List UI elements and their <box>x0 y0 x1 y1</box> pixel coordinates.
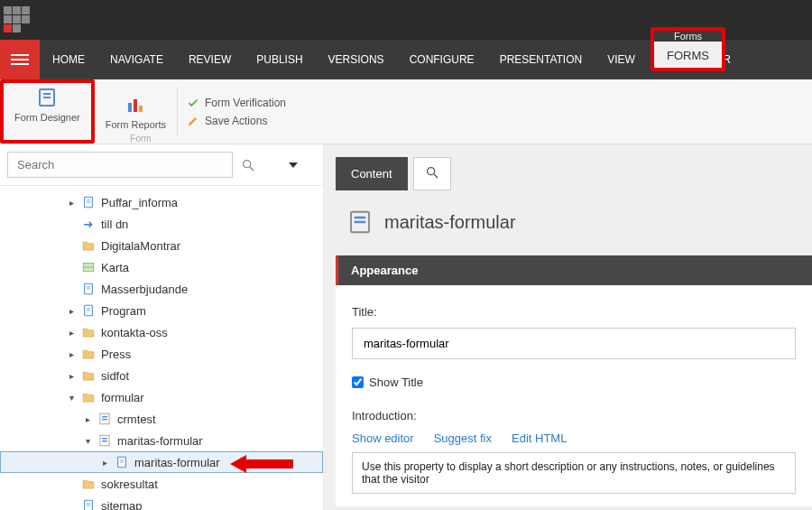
content-tree[interactable]: ▸Puffar_informatill dnDigitalaMontrarKar… <box>0 186 323 510</box>
tree-item-label: formular <box>101 391 144 404</box>
tree-item[interactable]: ▸Puffar_informa <box>0 191 323 213</box>
search-dropdown[interactable] <box>289 162 298 168</box>
svg-rect-22 <box>102 419 107 420</box>
title-input[interactable] <box>352 328 796 359</box>
tree-caret-icon[interactable]: ▾ <box>83 436 92 446</box>
section-appearance-header[interactable]: Appearance <box>336 255 812 285</box>
content-panel: Content maritas-formular Appearance Titl… <box>323 144 812 510</box>
tree-item-label: Karta <box>101 261 129 274</box>
tree-item-label: DigitalaMontrar <box>101 239 180 253</box>
tree-item-label: crmtest <box>117 413 156 426</box>
svg-rect-36 <box>355 221 366 224</box>
save-actions-button[interactable]: Save Actions <box>187 115 286 127</box>
page-icon <box>81 282 96 296</box>
page-icon <box>81 303 96 318</box>
suggest-fix-link[interactable]: Suggest fix <box>434 431 492 445</box>
show-title-checkbox[interactable] <box>352 376 364 388</box>
tree-caret-icon[interactable]: ▾ <box>67 393 76 403</box>
form-designer-button[interactable]: Form Designer <box>4 83 91 126</box>
tree-item[interactable]: ▾formular <box>0 386 323 408</box>
tab-configure[interactable]: CONFIGURE <box>397 40 487 79</box>
tab-view[interactable]: VIEW <box>595 40 648 79</box>
page-icon <box>81 195 96 209</box>
tab-presentation[interactable]: PRESENTATION <box>487 40 595 79</box>
form-reports-icon <box>125 94 146 116</box>
folder-icon <box>81 477 96 491</box>
show-title-label: Show Title <box>369 376 423 389</box>
introduction-text[interactable]: Use this property to display a short des… <box>352 452 796 494</box>
svg-rect-5 <box>139 106 143 112</box>
tree-item[interactable]: Masserbjudande <box>0 278 323 300</box>
menu-button[interactable] <box>0 40 40 79</box>
svg-rect-21 <box>102 416 107 417</box>
tree-item[interactable]: ▸crmtest <box>0 408 323 430</box>
introduction-label: Introduction: <box>352 409 796 422</box>
svg-line-33 <box>434 174 438 178</box>
tree-item[interactable]: till dn <box>0 213 323 235</box>
tree-item-label: maritas-formular <box>117 434 203 448</box>
tree-item[interactable]: ▸Program <box>0 300 323 321</box>
search-button[interactable] <box>240 157 256 173</box>
contextual-group-label: Forms <box>654 31 722 42</box>
tree-caret-icon[interactable]: ▸ <box>67 198 76 208</box>
tab-forms[interactable]: FORMS <box>654 42 722 68</box>
page-icon <box>115 455 129 469</box>
tree-item-label: till dn <box>101 218 128 231</box>
ribbon: Form Designer Form Reports Form Verifica… <box>0 79 812 144</box>
tree-item[interactable]: DigitalaMontrar <box>0 235 323 256</box>
tree-item[interactable]: Karta <box>0 256 323 278</box>
tree-caret-icon[interactable]: ▸ <box>67 328 76 338</box>
tree-caret-icon[interactable]: ▸ <box>67 349 76 359</box>
show-editor-link[interactable]: Show editor <box>352 431 414 445</box>
form-verification-label: Form Verification <box>205 97 286 109</box>
tree-item[interactable]: sitemap <box>0 495 323 510</box>
content-tab-content[interactable]: Content <box>336 157 408 190</box>
title-field-label: Title: <box>352 305 796 319</box>
tab-versions[interactable]: VERSIONS <box>316 40 397 79</box>
tree-item[interactable]: ▸Press <box>0 343 323 365</box>
form-designer-icon <box>36 87 58 108</box>
form-reports-label: Form Reports <box>106 119 166 130</box>
contextual-tab-forms: Forms FORMS <box>651 27 725 71</box>
tree-item-label: sokresultat <box>101 478 158 491</box>
folder-icon <box>81 325 96 339</box>
tree-item[interactable]: ▾maritas-formular <box>0 430 323 451</box>
tree-caret-icon[interactable]: ▸ <box>67 371 76 381</box>
main-tab-strip: HOME NAVIGATE REVIEW PUBLISH VERSIONS CO… <box>0 40 812 79</box>
svg-line-7 <box>250 167 254 171</box>
pencil-icon <box>187 115 199 127</box>
svg-point-32 <box>427 168 434 175</box>
save-actions-label: Save Actions <box>205 115 267 127</box>
show-title-checkbox-row[interactable]: Show Title <box>352 376 796 389</box>
tree-item-label: Program <box>101 304 146 318</box>
search-icon <box>425 165 439 180</box>
tree-caret-icon[interactable]: ▸ <box>67 306 76 316</box>
search-input[interactable] <box>7 152 233 178</box>
form-icon <box>97 433 112 448</box>
tree-caret-icon[interactable]: ▸ <box>83 414 92 424</box>
edit-html-link[interactable]: Edit HTML <box>512 431 567 445</box>
tab-navigate[interactable]: NAVIGATE <box>97 40 176 79</box>
search-icon <box>241 158 255 172</box>
tree-item[interactable]: ▸maritas-formular <box>0 451 323 473</box>
item-title: maritas-formular <box>384 212 516 233</box>
tree-caret-icon[interactable]: ▸ <box>100 458 109 468</box>
tree-item-label: Puffar_informa <box>101 196 178 209</box>
tree-item-label: Press <box>101 348 131 361</box>
content-tab-search[interactable] <box>413 157 451 190</box>
page-icon <box>81 498 96 510</box>
tree-item[interactable]: ▸kontakta-oss <box>0 321 323 343</box>
map-icon <box>81 260 96 274</box>
ribbon-group-caption: Form <box>114 134 168 144</box>
form-icon <box>346 209 374 236</box>
tree-item[interactable]: ▸sidfot <box>0 365 323 386</box>
tab-review[interactable]: REVIEW <box>176 40 244 79</box>
svg-rect-29 <box>85 500 93 510</box>
folder-icon <box>81 238 96 253</box>
tree-item[interactable]: sokresultat <box>0 473 323 495</box>
tree-item-label: sidfot <box>101 369 129 383</box>
tree-item-label: sitemap <box>101 499 143 511</box>
tab-home[interactable]: HOME <box>40 40 97 79</box>
form-verification-button[interactable]: Form Verification <box>187 97 286 109</box>
tab-publish[interactable]: PUBLISH <box>244 40 315 79</box>
